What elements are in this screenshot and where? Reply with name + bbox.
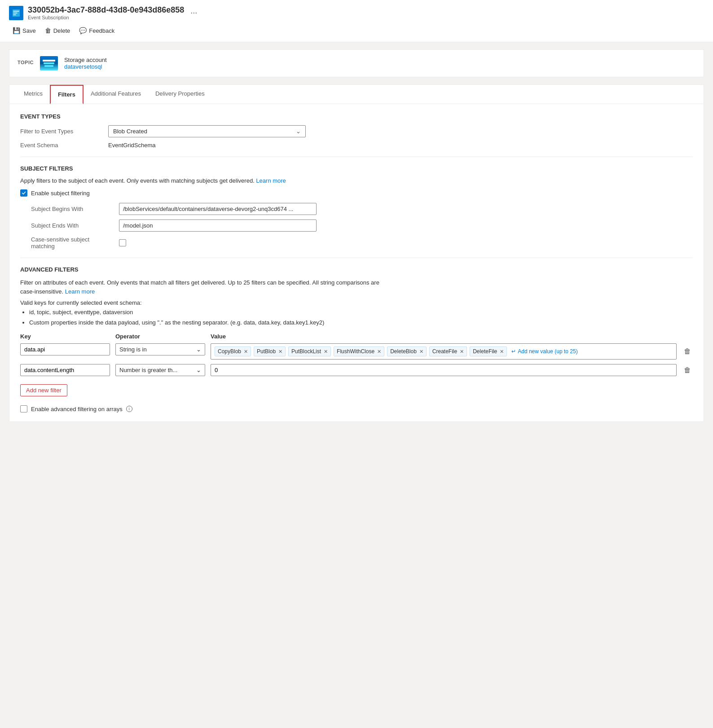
delete-button[interactable]: 🗑 Delete xyxy=(41,25,74,36)
filter-1-delete-button[interactable]: 🗑 xyxy=(682,346,693,357)
subject-filters-description: Apply filters to the subject of each eve… xyxy=(20,177,693,184)
event-subscription-icon xyxy=(9,6,23,20)
filter-1-tags-container: CopyBlob ✕ PutBlob ✕ PutBlockList ✕ Fl xyxy=(211,343,677,360)
storage-account-link[interactable]: dataversetosql xyxy=(64,63,102,70)
tag-deleteblob-remove[interactable]: ✕ xyxy=(419,349,423,355)
filter-row-1: String is in ⌄ CopyBlob ✕ PutBlob ✕ xyxy=(20,343,693,360)
subject-filters-section-title: SUBJECT FILTERS xyxy=(20,165,693,172)
case-sensitive-row: Case-sensitive subject matching xyxy=(31,236,693,250)
filter-table-header: Key Operator Value xyxy=(20,333,693,340)
chevron-down-icon: ⌄ xyxy=(196,346,201,353)
tab-filters[interactable]: Filters xyxy=(50,85,84,104)
advanced-filters-learn-more-link[interactable]: Learn more xyxy=(65,288,95,295)
storage-account-icon xyxy=(40,56,58,70)
enable-arrays-checkbox[interactable] xyxy=(20,405,27,412)
save-icon: 💾 xyxy=(13,27,20,34)
subject-ends-with-input[interactable] xyxy=(119,219,317,232)
toolbar: 💾 Save 🗑 Delete 💬 Feedback xyxy=(9,23,704,38)
subject-begins-with-row: Subject Begins With xyxy=(31,203,693,215)
case-sensitive-checkbox[interactable] xyxy=(119,239,126,246)
save-button[interactable]: 💾 Save xyxy=(9,25,40,36)
tag-createfile: CreateFile ✕ xyxy=(429,346,467,356)
tab-additional[interactable]: Additional Features xyxy=(84,85,148,104)
tag-copyblob: CopyBlob ✕ xyxy=(215,346,251,356)
filter-2-operator-dropdown[interactable]: Number is greater th... ⌄ xyxy=(115,364,205,376)
tag-putblocklist-remove[interactable]: ✕ xyxy=(324,349,328,355)
filter-1-operator-value: String is in xyxy=(119,346,147,353)
filters-tab-content: EVENT TYPES Filter to Event Types Blob C… xyxy=(9,104,704,421)
tag-flushwithclose-remove[interactable]: ✕ xyxy=(377,349,381,355)
filter-2-operator-value: Number is greater th... xyxy=(119,367,177,373)
topic-card: TOPIC Storage account dataversetosql xyxy=(9,49,704,77)
tag-deletefile-remove[interactable]: ✕ xyxy=(500,349,504,355)
case-sensitive-label: Case-sensitive subject matching xyxy=(31,236,112,250)
enable-subject-filtering-checkbox[interactable] xyxy=(20,189,27,197)
storage-type-label: Storage account xyxy=(64,57,107,63)
valid-key-item-2: Custom properties inside the data payloa… xyxy=(29,318,693,327)
tab-metrics[interactable]: Metrics xyxy=(17,85,50,104)
page-title: 330052b4-3ac7-888d-43d8-0e943d86e858 xyxy=(28,5,184,15)
value-column-header: Value xyxy=(211,333,693,340)
filter-1-key-input[interactable] xyxy=(20,343,110,355)
valid-keys-section: Valid keys for currently selected event … xyxy=(20,299,693,327)
more-options-icon[interactable]: ··· xyxy=(190,8,197,18)
add-value-button-1[interactable]: ↵ Add new value (up to 25) xyxy=(510,346,579,356)
subject-ends-with-row: Subject Ends With xyxy=(31,219,693,232)
tag-deleteblob: DeleteBlob ✕ xyxy=(387,346,427,356)
filter-to-event-types-row: Filter to Event Types Blob Created ⌄ xyxy=(20,125,693,137)
filter-2-key-input[interactable] xyxy=(20,364,110,376)
enable-arrays-row: Enable advanced filtering on arrays i xyxy=(20,405,693,412)
enable-arrays-label: Enable advanced filtering on arrays xyxy=(31,406,123,412)
chevron-down-icon: ⌄ xyxy=(196,367,201,373)
event-types-dropdown[interactable]: Blob Created ⌄ xyxy=(108,125,306,137)
enable-subject-filtering-label: Enable subject filtering xyxy=(31,190,90,197)
filter-2-delete-button[interactable]: 🗑 xyxy=(682,364,693,376)
advanced-filters-section-title: ADVANCED FILTERS xyxy=(20,266,693,273)
enable-subject-filtering-row: Enable subject filtering xyxy=(20,189,693,197)
tabs-header: Metrics Filters Additional Features Deli… xyxy=(9,85,704,104)
subject-ends-with-label: Subject Ends With xyxy=(31,222,112,229)
advanced-filters-description: Filter on attributes of each event. Only… xyxy=(20,278,388,296)
event-types-section-title: EVENT TYPES xyxy=(20,113,693,120)
key-column-header: Key xyxy=(20,333,110,340)
subject-filters-learn-more-link[interactable]: Learn more xyxy=(256,177,286,184)
enable-arrays-info-icon[interactable]: i xyxy=(126,406,132,412)
tag-deletefile: DeleteFile ✕ xyxy=(470,346,507,356)
chevron-down-icon: ⌄ xyxy=(296,128,301,135)
tag-createfile-remove[interactable]: ✕ xyxy=(460,349,464,355)
topic-section-label: TOPIC xyxy=(18,60,34,65)
tag-putblocklist: PutBlockList ✕ xyxy=(288,346,331,356)
tag-flushwithclose: FlushWithClose ✕ xyxy=(334,346,384,356)
page-subtitle: Event Subscription xyxy=(28,15,184,20)
valid-key-item-1: id, topic, subject, eventtype, dataversi… xyxy=(29,308,693,317)
feedback-icon: 💬 xyxy=(79,27,87,34)
filter-1-operator-dropdown[interactable]: String is in ⌄ xyxy=(115,343,205,355)
subject-begins-with-input[interactable] xyxy=(119,203,317,215)
add-value-icon: ↵ xyxy=(511,348,516,355)
delete-icon: 🗑 xyxy=(45,27,51,34)
feedback-button[interactable]: 💬 Feedback xyxy=(75,25,118,36)
tag-putblob: PutBlob ✕ xyxy=(254,346,286,356)
tab-delivery[interactable]: Delivery Properties xyxy=(148,85,212,104)
tag-copyblob-remove[interactable]: ✕ xyxy=(244,349,248,355)
filter-2-value-input[interactable] xyxy=(211,364,677,376)
event-schema-row: Event Schema EventGridSchema xyxy=(20,142,693,149)
event-schema-value: EventGridSchema xyxy=(108,142,156,149)
tabs-panel: Metrics Filters Additional Features Deli… xyxy=(9,84,704,422)
filter-row-2: Number is greater th... ⌄ 🗑 xyxy=(20,364,693,376)
operator-column-header: Operator xyxy=(115,333,205,340)
filter-event-types-label: Filter to Event Types xyxy=(20,128,101,135)
add-new-filter-button[interactable]: Add new filter xyxy=(20,384,67,396)
event-schema-label: Event Schema xyxy=(20,142,101,149)
tag-putblob-remove[interactable]: ✕ xyxy=(278,349,282,355)
subject-begins-with-label: Subject Begins With xyxy=(31,206,112,212)
